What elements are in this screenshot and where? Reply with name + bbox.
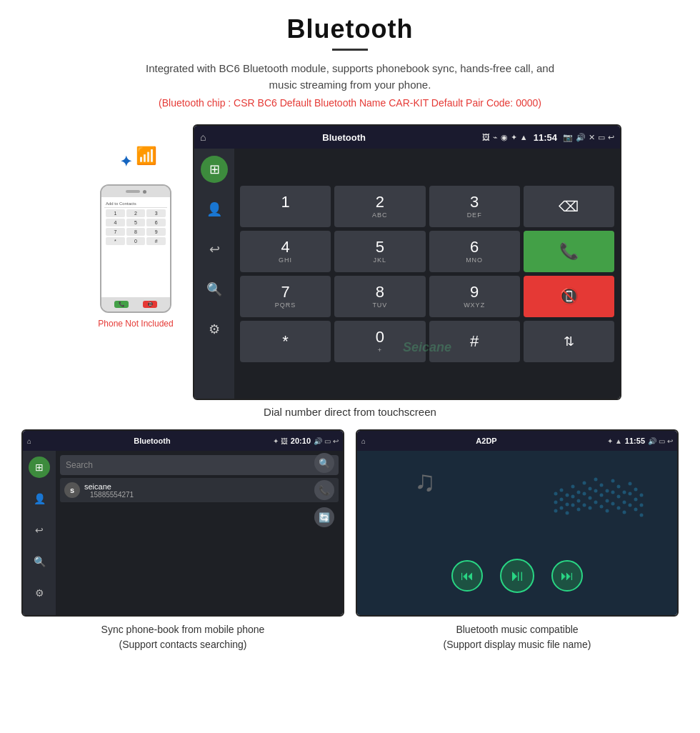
svg-point-17 bbox=[560, 498, 564, 502]
svg-point-11 bbox=[617, 485, 621, 489]
svg-point-7 bbox=[594, 478, 598, 482]
bs-sidebar-grid[interactable]: ⊞ bbox=[29, 457, 50, 478]
phonebook-search[interactable]: Search bbox=[60, 455, 339, 475]
phone-mockup: 📶 ✦ Add to Contacts 1 2 3 4 5 6 7 8 9 bbox=[79, 124, 193, 329]
phonebook-block: ⌂ Bluetooth ✦ 🖼 20:10 🔊 ▭ ↩ ⊞ 👤 ↩ bbox=[21, 429, 344, 652]
contact-call-btn[interactable]: 📞 bbox=[314, 480, 334, 500]
music-caption: Bluetooth music compatible (Support disp… bbox=[444, 622, 591, 652]
hu-status-icons: 🖼 ⌁ ◉ ✦ ▲ 11:54 📷 🔊 ✕ ▭ ↩ bbox=[482, 132, 614, 143]
dial-key-star[interactable]: * bbox=[240, 321, 331, 362]
dial-key-transfer[interactable]: ⇅ bbox=[524, 321, 614, 362]
svg-point-8 bbox=[600, 484, 604, 487]
dial-key-9[interactable]: 9 WXYZ bbox=[429, 276, 520, 317]
dialpad-grid: 1 _ 2 ABC 3 DEF ⌫ bbox=[240, 186, 614, 362]
svg-point-36 bbox=[577, 508, 581, 512]
svg-point-41 bbox=[606, 509, 609, 513]
phone-dial-4: 4 bbox=[106, 219, 125, 226]
phonebook-statusbar: ⌂ Bluetooth ✦ 🖼 20:10 🔊 ▭ ↩ bbox=[23, 431, 343, 451]
bluetooth-specs: (Bluetooth chip : CSR BC6 Default Blueto… bbox=[0, 97, 700, 109]
svg-point-20 bbox=[577, 499, 581, 503]
svg-point-40 bbox=[600, 505, 604, 509]
svg-point-3 bbox=[571, 485, 575, 489]
music-vol-icon: 🔊 bbox=[648, 437, 656, 445]
dial-key-backspace[interactable]: ⌫ bbox=[524, 186, 614, 227]
bs-sidebar-calls[interactable]: ↩ bbox=[29, 519, 50, 541]
music-playpause-btn[interactable]: ⏯ bbox=[500, 559, 534, 593]
svg-point-19 bbox=[571, 495, 575, 499]
dial-key-2[interactable]: 2 ABC bbox=[334, 186, 425, 227]
wifi-icon: 📶 bbox=[136, 146, 157, 166]
svg-point-39 bbox=[594, 501, 598, 504]
contact-search-btn[interactable]: 🔍 bbox=[314, 453, 334, 473]
sidebar-item-contacts[interactable]: 👤 bbox=[201, 196, 228, 223]
dial-key-7[interactable]: 7 PQRS bbox=[240, 276, 331, 317]
svg-point-42 bbox=[611, 502, 615, 506]
music-controls: ⏮ ⏯ ⏭ bbox=[451, 559, 583, 593]
music-back-icon[interactable]: ↩ bbox=[667, 437, 673, 445]
dial-key-1[interactable]: 1 _ bbox=[240, 186, 331, 227]
bs-bluetooth-icon: ✦ bbox=[273, 437, 279, 445]
contact-action-icons: 🔍 📞 🔄 bbox=[314, 453, 334, 527]
svg-point-9 bbox=[606, 489, 609, 493]
phone-end-btn: 📵 bbox=[143, 301, 157, 308]
dial-key-hash[interactable]: # bbox=[429, 321, 520, 362]
hu-body: ⊞ 👤 ↩ 🔍 ⚙ 1 _ 2 A bbox=[194, 149, 620, 399]
bs-win-icon: ▭ bbox=[324, 437, 331, 445]
svg-point-46 bbox=[634, 508, 638, 512]
contact-sync-btn[interactable]: 🔄 bbox=[314, 507, 334, 527]
svg-point-47 bbox=[640, 514, 644, 517]
music-home-icon: ⌂ bbox=[361, 437, 366, 445]
music-prev-btn[interactable]: ⏮ bbox=[451, 560, 483, 592]
svg-point-2 bbox=[566, 494, 569, 497]
svg-point-45 bbox=[629, 504, 632, 507]
camera-icon: 📷 bbox=[563, 133, 573, 142]
sidebar-item-bluetooth[interactable]: ⚙ bbox=[201, 316, 228, 343]
svg-point-34 bbox=[566, 512, 569, 515]
dial-key-6[interactable]: 6 MNO bbox=[429, 231, 520, 272]
svg-point-31 bbox=[640, 504, 644, 507]
dial-key-3[interactable]: 3 DEF bbox=[429, 186, 520, 227]
bs-sidebar-search[interactable]: 🔍 bbox=[29, 551, 50, 572]
music-screen: ⌂ A2DP ✦ ▲ 11:55 🔊 ▭ ↩ bbox=[356, 429, 679, 617]
dial-key-4[interactable]: 4 GHI bbox=[240, 231, 331, 272]
sidebar-item-calls[interactable]: ↩ bbox=[201, 236, 228, 263]
bs-sidebar-settings[interactable]: ⚙ bbox=[29, 582, 50, 604]
phone-dial-3: 3 bbox=[146, 209, 166, 217]
dial-key-0[interactable]: 0 + bbox=[334, 321, 425, 362]
bs-time-left: 20:10 bbox=[291, 437, 311, 445]
svg-point-35 bbox=[571, 504, 575, 507]
home-icon[interactable]: ⌂ bbox=[200, 131, 206, 143]
dial-key-end[interactable]: 📵 bbox=[524, 276, 614, 317]
svg-point-28 bbox=[623, 501, 626, 504]
svg-point-13 bbox=[629, 482, 632, 486]
phone-dial-9: 9 bbox=[146, 228, 166, 236]
close-icon[interactable]: ✕ bbox=[589, 133, 595, 142]
window-icon: ▭ bbox=[598, 133, 605, 142]
phone-dial-star: * bbox=[106, 237, 125, 245]
dial-key-5[interactable]: 5 JKL bbox=[334, 231, 425, 272]
svg-point-1 bbox=[560, 489, 564, 492]
bottom-screenshots: ⌂ Bluetooth ✦ 🖼 20:10 🔊 ▭ ↩ ⊞ 👤 ↩ bbox=[21, 429, 679, 652]
dial-key-8[interactable]: 8 TUV bbox=[334, 276, 425, 317]
bs-back-icon[interactable]: ↩ bbox=[333, 437, 339, 445]
hu-title: Bluetooth bbox=[209, 132, 479, 143]
bs-sidebar-contacts[interactable]: 👤 bbox=[29, 488, 50, 509]
phonebook-caption: Sync phone-book from mobile phone (Suppo… bbox=[101, 622, 265, 652]
head-unit-screen: ⌂ Bluetooth 🖼 ⌁ ◉ ✦ ▲ 11:54 📷 🔊 ✕ ▭ ↩ ⊞ … bbox=[193, 124, 621, 400]
svg-point-37 bbox=[583, 504, 586, 507]
sidebar-item-search[interactable]: 🔍 bbox=[201, 276, 228, 303]
music-signal-icon: ▲ bbox=[615, 437, 622, 445]
sidebar-item-grid[interactable]: ⊞ bbox=[201, 156, 228, 183]
bs-title-left: Bluetooth bbox=[34, 437, 270, 445]
dial-key-call[interactable]: 📞 bbox=[524, 231, 614, 272]
contact-name: seicane bbox=[84, 482, 134, 491]
phone-dial-hash: # bbox=[146, 237, 166, 245]
signal-icon: ▲ bbox=[520, 133, 528, 141]
music-next-btn[interactable]: ⏭ bbox=[551, 560, 583, 592]
phone-dial-2: 2 bbox=[126, 209, 146, 217]
back-icon[interactable]: ↩ bbox=[608, 133, 614, 142]
contact-row[interactable]: s seicane 15885554271 🔍 📞 🔄 bbox=[60, 478, 339, 502]
phone-dial-5: 5 bbox=[126, 219, 146, 226]
svg-point-27 bbox=[617, 495, 621, 499]
hu-time: 11:54 bbox=[534, 132, 557, 143]
